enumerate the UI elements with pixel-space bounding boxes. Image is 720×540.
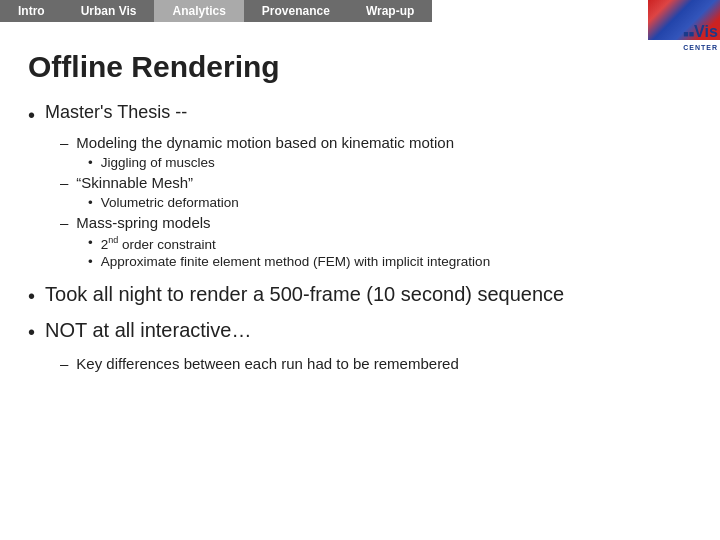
page-title: Offline Rendering — [28, 50, 692, 84]
sub-item-skinnable: – “Skinnable Mesh” • Volumetric deformat… — [60, 174, 692, 210]
logo-text: ■■Vis CENTER — [683, 23, 718, 52]
sub-item-keydiff: – Key differences between each run had t… — [60, 355, 692, 372]
small-dot-4: • — [88, 254, 93, 269]
bullet-main-thesis: • Master's Thesis -- — [28, 102, 692, 128]
tab-provenance[interactable]: Provenance — [244, 0, 348, 22]
bullet-section-render: • Took all night to render a 500-frame (… — [28, 283, 692, 309]
logo-area: ■■Vis CENTER — [648, 0, 720, 54]
bullet-label-interactive: NOT at all interactive… — [45, 319, 251, 342]
bullet-label-render: Took all night to render a 500-frame (10… — [45, 283, 564, 306]
dash-2: – — [60, 174, 68, 191]
dash-label-massspring: Mass-spring models — [76, 214, 210, 231]
tab-intro[interactable]: Intro — [0, 0, 63, 22]
dash-item-skinnable: – “Skinnable Mesh” — [60, 174, 692, 191]
tab-wrapup[interactable]: Wrap-up — [348, 0, 432, 22]
bullet-label-thesis: Master's Thesis -- — [45, 102, 187, 123]
dash-3: – — [60, 214, 68, 231]
small-dot-1: • — [88, 155, 93, 170]
sub-item-modeling: – Modeling the dynamic motion based on k… — [60, 134, 692, 170]
dot-label-order: 2nd order constraint — [101, 235, 216, 252]
dot-jiggling: • Jiggling of muscles — [88, 155, 692, 170]
tab-urban-vis[interactable]: Urban Vis — [63, 0, 155, 22]
bullet-render: • Took all night to render a 500-frame (… — [28, 283, 692, 309]
bullet-interactive: • NOT at all interactive… — [28, 319, 692, 345]
tab-analytics[interactable]: Analytics — [154, 0, 243, 22]
bullet-dot-3: • — [28, 319, 35, 345]
sub-sub-order: • 2nd order constraint — [88, 235, 692, 252]
dot-volumetric: • Volumetric deformation — [88, 195, 692, 210]
dot-order: • 2nd order constraint — [88, 235, 692, 252]
dash-item-massspring: – Mass-spring models — [60, 214, 692, 231]
sub-sub-volumetric: • Volumetric deformation — [88, 195, 692, 210]
dash-label-skinnable: “Skinnable Mesh” — [76, 174, 193, 191]
bullet-dot-1: • — [28, 102, 35, 128]
bullet-section-thesis: • Master's Thesis -- – Modeling the dyna… — [28, 102, 692, 269]
dot-label-volumetric: Volumetric deformation — [101, 195, 239, 210]
bullet-section-interactive: • NOT at all interactive… – Key differen… — [28, 319, 692, 372]
dash-item-modeling: – Modeling the dynamic motion based on k… — [60, 134, 692, 151]
small-dot-3: • — [88, 235, 93, 250]
sub-sub-jiggling: • Jiggling of muscles — [88, 155, 692, 170]
dot-fem: • Approximate finite element method (FEM… — [88, 254, 692, 269]
sub-item-massspring: – Mass-spring models • 2nd order constra… — [60, 214, 692, 269]
dash-1: – — [60, 134, 68, 151]
dash-label-keydiff: Key differences between each run had to … — [76, 355, 458, 372]
dash-item-keydiff: – Key differences between each run had t… — [60, 355, 692, 372]
dash-label-modeling: Modeling the dynamic motion based on kin… — [76, 134, 454, 151]
main-content: Offline Rendering • Master's Thesis -- –… — [0, 22, 720, 396]
bullet-dot-2: • — [28, 283, 35, 309]
dot-label-jiggling: Jiggling of muscles — [101, 155, 215, 170]
sub-sub-fem: • Approximate finite element method (FEM… — [88, 254, 692, 269]
nav-bar: Intro Urban Vis Analytics Provenance Wra… — [0, 0, 720, 22]
dot-label-fem: Approximate finite element method (FEM) … — [101, 254, 490, 269]
small-dot-2: • — [88, 195, 93, 210]
dash-4: – — [60, 355, 68, 372]
